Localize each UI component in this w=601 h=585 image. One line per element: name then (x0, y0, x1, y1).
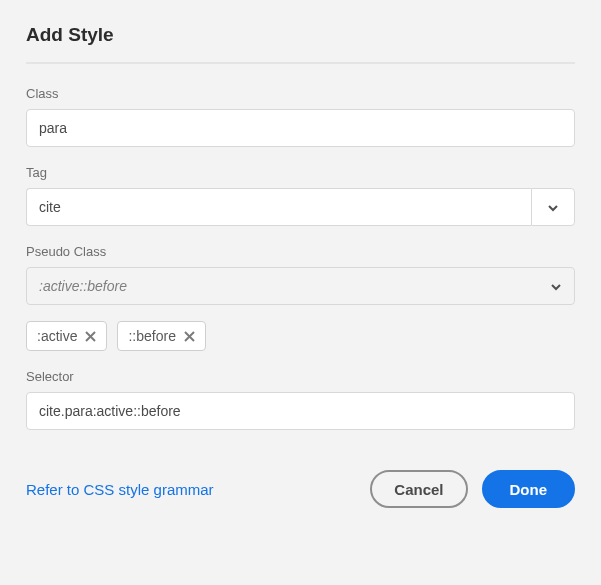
pseudo-chips: :active ::before (26, 321, 575, 351)
chevron-down-icon (550, 280, 562, 292)
tag-combo (26, 188, 575, 226)
chip-before: ::before (117, 321, 205, 351)
pseudo-class-dropdown[interactable]: :active::before (26, 267, 575, 305)
tag-input[interactable] (26, 188, 531, 226)
chip-active: :active (26, 321, 107, 351)
selector-input[interactable] (26, 392, 575, 430)
tag-dropdown-button[interactable] (531, 188, 575, 226)
class-input[interactable] (26, 109, 575, 147)
dialog-title: Add Style (26, 24, 575, 46)
done-button[interactable]: Done (482, 470, 576, 508)
css-grammar-link[interactable]: Refer to CSS style grammar (26, 481, 356, 498)
tag-label: Tag (26, 165, 575, 180)
chevron-down-icon (547, 201, 559, 213)
pseudo-class-placeholder: :active::before (39, 278, 550, 294)
close-icon[interactable] (85, 331, 96, 342)
chip-label: :active (37, 328, 77, 344)
close-icon[interactable] (184, 331, 195, 342)
class-label: Class (26, 86, 575, 101)
footer: Refer to CSS style grammar Cancel Done (26, 470, 575, 508)
divider (26, 62, 575, 64)
selector-label: Selector (26, 369, 575, 384)
cancel-button[interactable]: Cancel (370, 470, 467, 508)
pseudo-class-label: Pseudo Class (26, 244, 575, 259)
chip-label: ::before (128, 328, 175, 344)
